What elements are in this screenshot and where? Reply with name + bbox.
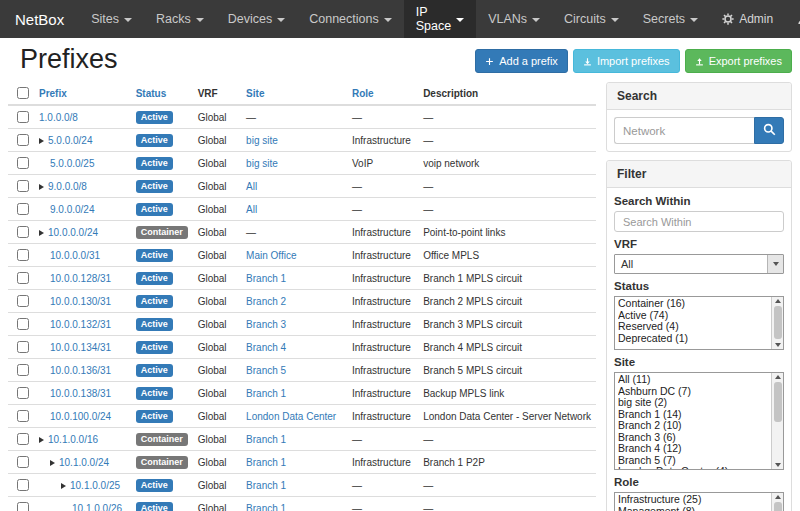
row-checkbox[interactable] xyxy=(17,364,29,376)
nav-item-ip-space[interactable]: IP Space xyxy=(404,0,476,38)
site-link[interactable]: Branch 1 xyxy=(246,503,286,511)
site-option[interactable]: London Data Center (4) xyxy=(618,466,769,470)
prefix-link[interactable]: 10.1.0.0/16 xyxy=(48,434,98,445)
status-scrollbar[interactable] xyxy=(771,297,783,349)
site-listbox[interactable]: All (11)Ashburn DC (7)big site (2)Branch… xyxy=(614,372,784,470)
site-option[interactable]: Ashburn DC (7) xyxy=(618,386,769,398)
row-checkbox[interactable] xyxy=(17,249,29,261)
site-link[interactable]: Branch 1 xyxy=(246,273,286,284)
row-checkbox[interactable] xyxy=(17,410,29,422)
row-checkbox[interactable] xyxy=(17,433,29,445)
prefix-link[interactable]: 1.0.0.0/8 xyxy=(39,112,78,123)
site-link[interactable]: Branch 1 xyxy=(246,388,286,399)
prefix-link[interactable]: 10.0.100.0/24 xyxy=(50,411,111,422)
search-button[interactable] xyxy=(754,117,784,144)
row-checkbox[interactable] xyxy=(17,180,29,192)
site-link[interactable]: big site xyxy=(246,135,278,146)
site-option[interactable]: Branch 4 (12) xyxy=(618,443,769,455)
site-option[interactable]: Branch 2 (10) xyxy=(618,420,769,432)
row-checkbox[interactable] xyxy=(17,456,29,468)
site-option[interactable]: big site (2) xyxy=(618,397,769,409)
prefix-link[interactable]: 5.0.0.0/24 xyxy=(48,135,92,146)
row-checkbox[interactable] xyxy=(17,203,29,215)
nav-item-secrets[interactable]: Secrets xyxy=(631,0,710,38)
site-link[interactable]: Main Office xyxy=(246,250,296,261)
import-prefixes-button[interactable]: Import prefixes xyxy=(573,49,680,73)
scroll-thumb[interactable] xyxy=(774,502,782,511)
site-link[interactable]: Branch 5 xyxy=(246,365,286,376)
site-link[interactable]: All xyxy=(246,204,257,215)
row-checkbox[interactable] xyxy=(17,134,29,146)
row-checkbox[interactable] xyxy=(17,387,29,399)
scroll-down-icon[interactable] xyxy=(775,463,781,467)
column-header-site[interactable]: Site xyxy=(241,82,347,105)
prefix-link[interactable]: 10.1.0.0/26 xyxy=(72,503,122,511)
scroll-up-icon[interactable] xyxy=(775,495,781,499)
row-checkbox[interactable] xyxy=(17,272,29,284)
prefix-link[interactable]: 10.0.0.0/24 xyxy=(48,227,98,238)
nav-item-devices[interactable]: Devices xyxy=(216,0,297,38)
row-checkbox[interactable] xyxy=(17,157,29,169)
row-checkbox[interactable] xyxy=(17,341,29,353)
export-prefixes-button[interactable]: Export prefixes xyxy=(685,49,792,73)
status-option[interactable]: Reserved (4) xyxy=(618,321,769,333)
row-checkbox[interactable] xyxy=(17,226,29,238)
site-link[interactable]: Branch 3 xyxy=(246,319,286,330)
prefix-link[interactable]: 9.0.0.0/24 xyxy=(50,204,94,215)
role-listbox[interactable]: Infrastructure (25)Management (8)Private… xyxy=(614,492,784,511)
site-link[interactable]: Branch 1 xyxy=(246,457,286,468)
select-all-checkbox[interactable] xyxy=(17,87,29,99)
column-header-status[interactable]: Status xyxy=(131,82,193,105)
prefix-link[interactable]: 10.0.0.136/31 xyxy=(50,365,111,376)
site-option[interactable]: Branch 1 (14) xyxy=(618,409,769,421)
row-checkbox[interactable] xyxy=(17,479,29,491)
site-link[interactable]: Branch 1 xyxy=(246,434,286,445)
prefix-link[interactable]: 10.0.0.0/31 xyxy=(50,250,100,261)
prefix-link[interactable]: 10.0.0.132/31 xyxy=(50,319,111,330)
column-header-prefix[interactable]: Prefix xyxy=(34,82,131,105)
prefix-link[interactable]: 10.0.0.130/31 xyxy=(50,296,111,307)
profile-link[interactable]: Profile xyxy=(785,0,800,38)
vrf-select[interactable]: All xyxy=(614,254,784,274)
site-link[interactable]: Branch 2 xyxy=(246,296,286,307)
status-option[interactable]: Container (16) xyxy=(618,298,769,310)
site-link[interactable]: Branch 4 xyxy=(246,342,286,353)
scroll-up-icon[interactable] xyxy=(775,375,781,379)
site-link[interactable]: London Data Center xyxy=(246,411,336,422)
prefix-link[interactable]: 10.0.0.128/31 xyxy=(50,273,111,284)
prefix-link[interactable]: 9.0.0.0/8 xyxy=(48,181,87,192)
nav-item-connections[interactable]: Connections xyxy=(297,0,404,38)
site-option[interactable]: All (11) xyxy=(618,374,769,386)
site-scrollbar[interactable] xyxy=(771,373,783,469)
site-option[interactable]: Branch 3 (6) xyxy=(618,432,769,444)
row-checkbox[interactable] xyxy=(17,318,29,330)
prefix-link[interactable]: 10.1.0.0/24 xyxy=(59,457,109,468)
site-link[interactable]: All xyxy=(246,181,257,192)
row-checkbox[interactable] xyxy=(17,295,29,307)
scroll-up-icon[interactable] xyxy=(775,299,781,303)
search-within-input[interactable] xyxy=(614,211,784,232)
prefix-link[interactable]: 10.0.0.138/31 xyxy=(50,388,111,399)
prefix-link[interactable]: 10.0.0.134/31 xyxy=(50,342,111,353)
site-link[interactable]: Branch 1 xyxy=(246,480,286,491)
scroll-down-icon[interactable] xyxy=(775,343,781,347)
status-option[interactable]: Active (74) xyxy=(618,310,769,322)
row-checkbox[interactable] xyxy=(17,502,29,511)
admin-link[interactable]: Admin xyxy=(710,0,785,38)
site-option[interactable]: Branch 5 (7) xyxy=(618,455,769,467)
status-option[interactable]: Deprecated (1) xyxy=(618,333,769,345)
nav-item-sites[interactable]: Sites xyxy=(79,0,144,38)
scroll-thumb[interactable] xyxy=(774,382,782,422)
role-scrollbar[interactable] xyxy=(771,493,783,511)
nav-item-racks[interactable]: Racks xyxy=(144,0,216,38)
role-option[interactable]: Infrastructure (25) xyxy=(618,494,769,506)
add-prefix-button[interactable]: Add a prefix xyxy=(475,49,568,73)
status-listbox[interactable]: Container (16)Active (74)Reserved (4)Dep… xyxy=(614,296,784,350)
scroll-thumb[interactable] xyxy=(774,306,782,339)
search-input[interactable] xyxy=(614,117,754,144)
role-option[interactable]: Management (8) xyxy=(618,506,769,511)
nav-item-circuits[interactable]: Circuits xyxy=(552,0,631,38)
prefix-link[interactable]: 5.0.0.0/25 xyxy=(50,158,94,169)
nav-item-vlans[interactable]: VLANs xyxy=(476,0,552,38)
site-link[interactable]: big site xyxy=(246,158,278,169)
